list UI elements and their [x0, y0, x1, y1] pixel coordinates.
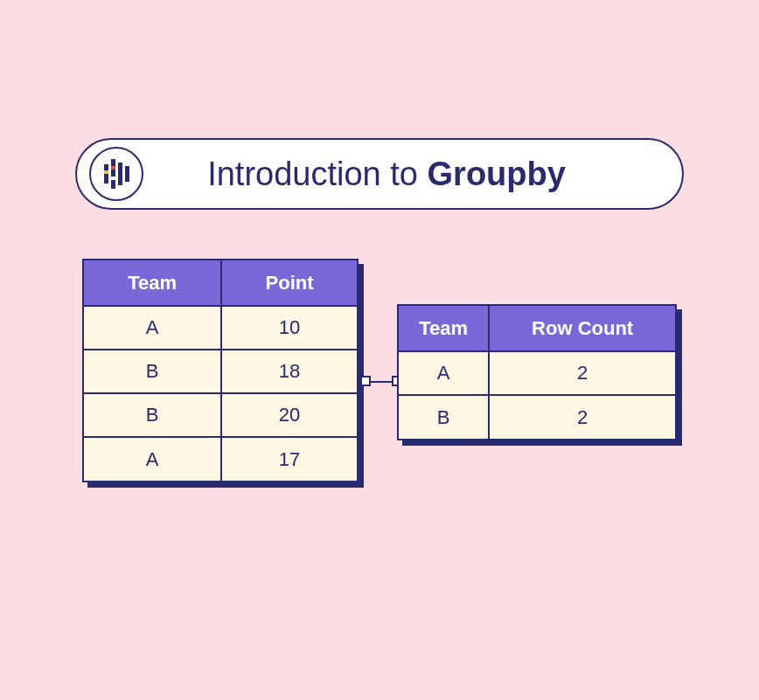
- table-row: A 17: [84, 437, 357, 481]
- table-header-row: Team Row Count: [399, 306, 675, 351]
- table-header-row: Team Point: [84, 260, 357, 306]
- col-header: Row Count: [489, 306, 675, 351]
- table-row: B 2: [399, 395, 675, 439]
- logo-icon: [89, 147, 143, 201]
- cell: 2: [489, 395, 675, 439]
- page-title: Introduction to Groupby: [143, 156, 682, 193]
- table-row: B 18: [84, 350, 357, 393]
- cell: 18: [221, 350, 357, 393]
- svg-rect-6: [125, 166, 129, 182]
- connector-endpoint-icon: [360, 376, 371, 386]
- title-pill: Introduction to Groupby: [75, 138, 684, 210]
- cell: B: [84, 350, 221, 393]
- col-header: Team: [399, 306, 489, 351]
- col-header: Team: [84, 260, 221, 306]
- svg-rect-5: [118, 163, 122, 185]
- cell: 17: [221, 437, 357, 481]
- svg-rect-1: [104, 170, 108, 174]
- cell: B: [399, 395, 489, 439]
- cell: 20: [221, 393, 357, 437]
- svg-rect-4: [111, 166, 115, 170]
- cell: A: [84, 306, 221, 350]
- cell: A: [399, 351, 489, 395]
- table-row: B 20: [84, 393, 357, 437]
- cell: B: [84, 393, 221, 437]
- cell: 2: [489, 351, 675, 395]
- table-row: A 2: [399, 351, 675, 395]
- title-prefix: Introduction to: [207, 156, 427, 192]
- input-table: Team Point A 10 B 18 B 20 A 17: [82, 259, 359, 482]
- output-table: Team Row Count A 2 B 2: [397, 304, 677, 440]
- col-header: Point: [221, 260, 357, 306]
- cell: A: [84, 437, 221, 481]
- connector-line: [366, 381, 397, 383]
- title-bold: Groupby: [428, 156, 566, 192]
- table-row: A 10: [84, 306, 357, 350]
- svg-rect-3: [111, 180, 115, 189]
- cell: 10: [221, 306, 357, 350]
